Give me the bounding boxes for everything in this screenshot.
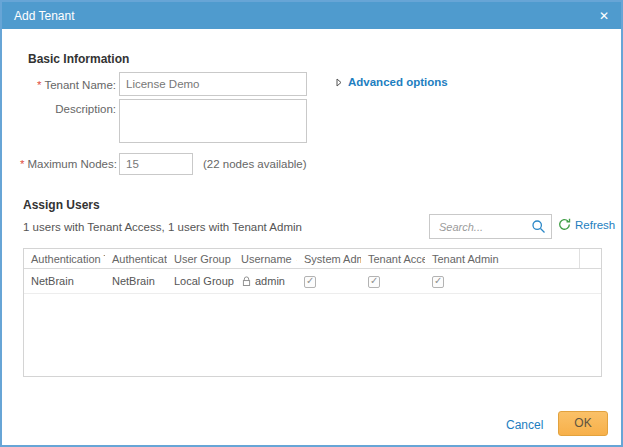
column-header-system-admin[interactable]: System Admin [297, 249, 361, 269]
advanced-options-link[interactable]: Advanced options [336, 76, 448, 88]
close-icon[interactable]: ✕ [599, 10, 609, 22]
required-asterisk: * [20, 158, 24, 170]
ok-button[interactable]: OK [558, 411, 608, 436]
assign-users-heading: Assign Users [23, 198, 100, 212]
basic-information-heading: Basic Information [28, 52, 129, 66]
nodes-available-hint: (22 nodes available) [203, 158, 307, 170]
user-icon [241, 276, 252, 287]
username-text: admin [255, 275, 285, 287]
advanced-options-label: Advanced options [348, 76, 448, 88]
refresh-label: Refresh [575, 219, 615, 231]
cell-username: admin [234, 269, 297, 294]
search-input[interactable] [437, 220, 531, 234]
tenant-name-label: *Tenant Name: [20, 79, 116, 91]
description-textarea[interactable] [119, 99, 307, 143]
search-box [429, 214, 552, 239]
description-label-text: Description: [55, 103, 116, 115]
dialog-title: Add Tenant [14, 9, 75, 23]
user-table-row[interactable]: NetBrain NetBrain Local Group admin [24, 269, 601, 294]
add-tenant-dialog: Add Tenant ✕ Basic Information *Tenant N… [0, 0, 623, 447]
assigned-users-summary: 1 users with Tenant Access, 1 users with… [23, 221, 302, 233]
assign-users-table: Authentication Type▼ Authentication Se..… [23, 248, 602, 377]
cell-authentication-server: NetBrain [105, 269, 167, 294]
cell-tenant-access [361, 269, 425, 294]
column-header-authentication-type[interactable]: Authentication Type▼ [24, 249, 105, 269]
column-header-tenant-access[interactable]: Tenant Access [361, 249, 425, 269]
tenant-admin-checkbox[interactable] [432, 276, 444, 288]
tenant-name-label-text: Tenant Name: [44, 79, 116, 91]
column-header-tenant-admin[interactable]: Tenant Admin [425, 249, 579, 269]
cell-authentication-type: NetBrain [24, 269, 105, 294]
cell-tenant-admin [425, 269, 579, 294]
column-header-spacer [579, 249, 601, 269]
maximum-nodes-label-text: Maximum Nodes: [27, 158, 116, 170]
column-header-user-group[interactable]: User Group [167, 249, 234, 269]
tenant-name-input[interactable] [119, 72, 307, 96]
cell-system-admin [297, 269, 361, 294]
description-label: Description: [20, 103, 116, 115]
column-header-authentication-server[interactable]: Authentication Se... [105, 249, 167, 269]
sort-ascending-icon: ▲ [296, 256, 297, 262]
column-header-username[interactable]: Username▲ [234, 249, 297, 269]
refresh-icon [558, 218, 571, 231]
system-admin-checkbox[interactable] [304, 276, 316, 288]
refresh-button[interactable]: Refresh [558, 218, 615, 231]
required-asterisk: * [37, 79, 41, 91]
cell-user-group: Local Group [167, 269, 234, 294]
advanced-options-caret-icon [336, 78, 342, 87]
search-icon[interactable] [531, 219, 546, 234]
maximum-nodes-label: *Maximum Nodes: [20, 158, 116, 170]
dialog-header: Add Tenant ✕ [2, 2, 621, 29]
maximum-nodes-input[interactable] [119, 153, 193, 175]
cancel-button[interactable]: Cancel [506, 418, 543, 432]
tenant-access-checkbox[interactable] [368, 276, 380, 288]
cell-spacer [579, 269, 601, 294]
table-header-row: Authentication Type▼ Authentication Se..… [24, 249, 601, 269]
